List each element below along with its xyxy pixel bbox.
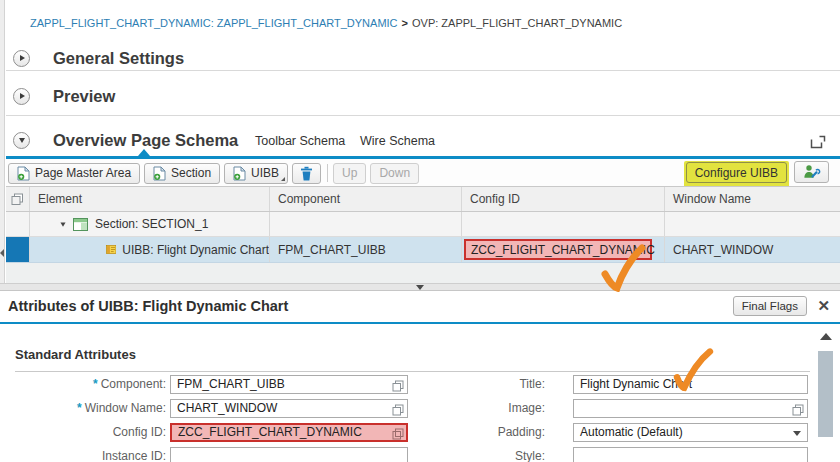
- final-flags-button[interactable]: Final Flags: [733, 296, 807, 316]
- tab-overview-page-schema[interactable]: Overview Page Schema: [53, 131, 238, 150]
- attributes-panel-title: Attributes of UIBB: Flight Dynamic Chart: [8, 298, 288, 314]
- table-empty-area: [6, 263, 840, 283]
- instance-id-input[interactable]: [170, 447, 408, 462]
- value-help-icon[interactable]: [392, 378, 404, 396]
- attributes-panel: Attributes of UIBB: Flight Dynamic Chart…: [0, 291, 840, 462]
- tree-collapse-icon[interactable]: [60, 222, 65, 226]
- add-page-master-area-button[interactable]: Page Master Area: [8, 163, 140, 184]
- window-name-cell: CHART_WINDOW: [665, 237, 840, 262]
- divider: [15, 371, 810, 372]
- personalize-button[interactable]: [794, 161, 829, 183]
- standard-attributes-title: Standard Attributes: [15, 347, 136, 362]
- padding-label: Padding:: [430, 425, 545, 439]
- chevron-right-icon: [20, 93, 25, 99]
- required-marker: *: [93, 377, 98, 391]
- user-wrench-icon: [802, 164, 821, 180]
- scroll-up-icon[interactable]: [820, 333, 832, 340]
- config-id-cell-highlighted: ZCC_FLIGHT_CHART_DYNAMIC: [464, 239, 652, 260]
- column-header-component[interactable]: Component: [270, 187, 462, 211]
- form-column-left: *Component: *Window Name: Config ID:: [0, 375, 420, 462]
- title-label: Title:: [430, 377, 545, 391]
- breadcrumb-link[interactable]: ZAPPL_FLIGHT_CHART_DYNAMIC: ZAPPL_FLIGHT…: [30, 17, 398, 29]
- close-icon[interactable]: ✕: [817, 297, 830, 315]
- highlight-yellow: Configure UIBB: [684, 161, 789, 188]
- value-help-icon[interactable]: [392, 402, 404, 420]
- row-selector[interactable]: [6, 212, 30, 236]
- column-header-element[interactable]: Element: [30, 187, 270, 211]
- detach-icon[interactable]: [810, 135, 826, 153]
- new-document-icon: [233, 166, 246, 181]
- component-input[interactable]: [170, 375, 408, 394]
- component-cell: FPM_CHART_UIBB: [270, 237, 462, 262]
- add-uibb-menu-button[interactable]: UIBB: [224, 163, 288, 184]
- divider: [6, 115, 840, 116]
- vertical-scrollbar[interactable]: [818, 331, 836, 462]
- new-document-icon: [17, 166, 30, 181]
- section-preview: Preview: [6, 84, 840, 108]
- chevron-down-icon: [19, 138, 25, 143]
- table-row-section[interactable]: Section: SECTION_1: [6, 212, 840, 237]
- splitter-chevron-down-icon: [416, 285, 424, 290]
- tab-wire-schema[interactable]: Wire Schema: [360, 134, 435, 148]
- active-tab-pointer: [138, 149, 150, 156]
- table-header-row: Element Component Config ID Window Name: [6, 187, 840, 212]
- value-help-icon[interactable]: [792, 402, 804, 420]
- fpm-configuration-editor: ZAPPL_FLIGHT_CHART_DYNAMIC: ZAPPL_FLIGHT…: [0, 0, 840, 462]
- section-title-preview: Preview: [53, 87, 115, 106]
- trash-icon: [300, 166, 313, 181]
- column-header-window-name[interactable]: Window Name: [665, 187, 840, 211]
- tab-toolbar-schema[interactable]: Toolbar Schema: [255, 134, 345, 148]
- breadcrumb: ZAPPL_FLIGHT_CHART_DYNAMIC: ZAPPL_FLIGHT…: [30, 17, 622, 29]
- new-document-icon: [153, 166, 166, 181]
- window-name-input[interactable]: [170, 399, 408, 418]
- horizontal-splitter[interactable]: [0, 283, 840, 291]
- image-label: Image:: [430, 401, 545, 415]
- configure-uibb-button[interactable]: Configure UIBB: [686, 162, 787, 183]
- schema-toolbar: Page Master Area Section UIBB Up Down Co…: [6, 159, 840, 187]
- toolbar-separator: [327, 164, 328, 182]
- padding-select[interactable]: Automatic (Default): [573, 423, 808, 442]
- breadcrumb-current: OVP: ZAPPL_FLIGHT_CHART_DYNAMIC: [412, 17, 622, 29]
- section-icon: [73, 218, 88, 231]
- scrollbar-thumb[interactable]: [818, 351, 833, 437]
- row-selector-selected[interactable]: [6, 237, 30, 262]
- selection-column-header[interactable]: [6, 187, 30, 211]
- config-id-input-highlighted[interactable]: [170, 423, 408, 442]
- value-help-icon[interactable]: [392, 426, 404, 444]
- style-label: Style:: [430, 449, 545, 462]
- chevron-down-icon: [793, 431, 801, 436]
- collapse-left-icon: [0, 249, 4, 257]
- required-marker: *: [77, 401, 82, 415]
- move-up-button[interactable]: Up: [333, 163, 366, 184]
- chevron-right-icon: [20, 55, 25, 61]
- column-header-config-id[interactable]: Config ID: [462, 187, 665, 211]
- element-label: UIBB: Flight Dynamic Chart: [122, 243, 269, 257]
- expand-preview-button[interactable]: [13, 88, 30, 105]
- expand-general-settings-button[interactable]: [13, 50, 30, 67]
- divider: [6, 70, 840, 71]
- instance-id-label: Instance ID:: [0, 449, 166, 462]
- add-section-button[interactable]: Section: [144, 163, 220, 184]
- title-input[interactable]: [573, 375, 808, 394]
- table-row-uibb-selected[interactable]: UIBB: Flight Dynamic Chart FPM_CHART_UIB…: [6, 237, 840, 263]
- image-input[interactable]: [573, 399, 808, 418]
- delete-button[interactable]: [292, 163, 321, 184]
- copy-rows-icon: [11, 193, 24, 206]
- section-general-settings: General Settings: [6, 46, 840, 70]
- component-label: *Component:: [0, 377, 166, 391]
- section-title-general-settings: General Settings: [53, 49, 184, 68]
- uibb-icon: [106, 243, 116, 256]
- move-down-button[interactable]: Down: [370, 163, 419, 184]
- config-id-label: Config ID:: [0, 425, 166, 439]
- style-input[interactable]: [573, 447, 808, 462]
- collapse-overview-schema-button[interactable]: [13, 132, 30, 149]
- form-column-right: Title: Image: Padding: Automatic (Defaul…: [430, 375, 815, 462]
- schema-table: Element Component Config ID Window Name …: [6, 186, 840, 263]
- breadcrumb-separator: >: [402, 17, 408, 29]
- menu-corner-icon: [281, 177, 285, 181]
- element-label: Section: SECTION_1: [95, 217, 208, 231]
- panel-accent-line: [0, 322, 840, 324]
- window-name-label: *Window Name:: [0, 401, 166, 415]
